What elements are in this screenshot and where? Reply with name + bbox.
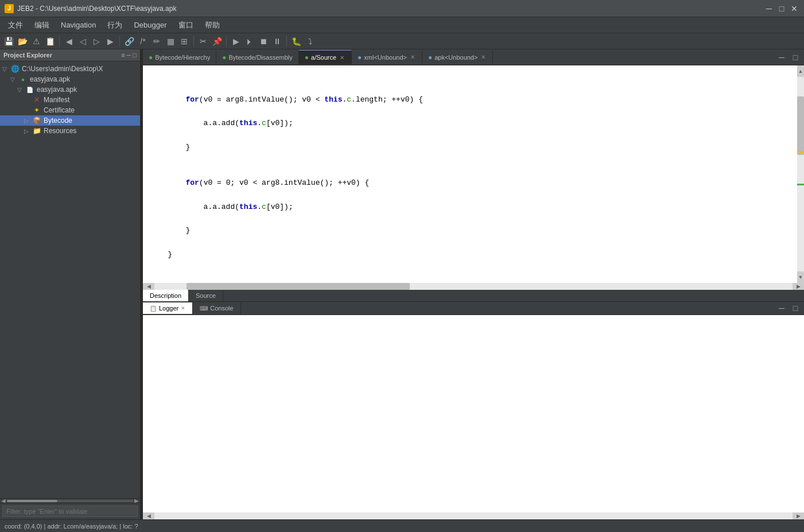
sidebar-header-icons: ≡ ─ □ — [121, 52, 137, 59]
tabs-maximize[interactable]: □ — [789, 51, 802, 64]
tab-xml-unbound[interactable]: ● xml<Unbound> ✕ — [352, 51, 422, 64]
toolbar-warn[interactable]: ⚠ — [30, 35, 42, 48]
menu-window[interactable]: 窗口 — [173, 18, 199, 33]
tabs-minimize[interactable]: ─ — [775, 51, 788, 64]
toolbar-save[interactable]: 💾 — [2, 35, 15, 48]
toolbar-step[interactable]: ⤵ — [304, 35, 316, 48]
menu-edit[interactable]: 编辑 — [29, 18, 55, 33]
code-editor[interactable]: for(v0 = arg8.intValue(); v0 < this.c.le… — [143, 65, 797, 283]
scroll-marker-yellow — [797, 151, 804, 153]
toolbar-edit[interactable]: ✏ — [150, 35, 163, 48]
menu-file[interactable]: 文件 — [2, 18, 29, 33]
filter-input[interactable] — [2, 506, 138, 517]
toolbar-stop[interactable]: ⏹ — [257, 35, 270, 48]
close-button[interactable]: ✕ — [789, 3, 799, 14]
toolbar-grid[interactable]: ⊞ — [178, 35, 191, 48]
desc-tabs: Description Source — [143, 290, 804, 302]
toolbar-paste[interactable]: 📌 — [211, 35, 223, 48]
tab-bytecode-disassembly[interactable]: ● Bytecode/Disassembly — [216, 51, 299, 64]
log-maximize[interactable]: □ — [789, 302, 802, 314]
toolbar-back[interactable]: ◀ — [63, 35, 75, 48]
menu-help[interactable]: 帮助 — [199, 18, 226, 33]
tree-item-resources[interactable]: ▷ 📁 Resources — [0, 126, 140, 136]
tree-item-apk[interactable]: ▽ ● easyjava.apk — [0, 74, 140, 84]
tab-label-hierarchy: Bytecode/Hierarchy — [155, 54, 210, 61]
code-hscrollbar[interactable]: ◀ ▶ — [143, 283, 804, 290]
log-tab-console[interactable]: ⌨ Console — [193, 302, 240, 314]
tab-source[interactable]: ● a/Source ✕ — [299, 50, 352, 64]
menu-debugger[interactable]: Debugger — [128, 18, 172, 32]
hscroll-thumb[interactable] — [187, 283, 410, 290]
tree-arrow-cert: ▷ — [24, 107, 32, 114]
log-tab-close-logger[interactable]: ✕ — [181, 305, 185, 311]
tree-arrow-resources: ▷ — [24, 128, 32, 134]
sidebar-close[interactable]: □ — [133, 52, 137, 59]
toolbar-run[interactable]: ▶ — [230, 35, 242, 48]
tab-close-source[interactable]: ✕ — [339, 55, 345, 61]
sidebar-scroll[interactable]: ◀ ▶ — [0, 498, 140, 503]
toolbar-fwd2[interactable]: ▶ — [104, 35, 116, 48]
desc-tab-description[interactable]: Description — [143, 290, 189, 301]
tab-bytecode-hierarchy[interactable]: ● Bytecode/Hierarchy — [143, 51, 216, 64]
tab-label-xml: xml<Unbound> — [364, 54, 407, 61]
content-area: ● Bytecode/Hierarchy ● Bytecode/Disassem… — [143, 49, 804, 519]
tree-item-certificate[interactable]: ▷ ✦ Certificate — [0, 105, 140, 115]
tree-item-manifest[interactable]: ▷ ✕ Manifest — [0, 95, 140, 105]
toolbar-link[interactable]: 🔗 — [123, 35, 135, 48]
tree-icon-resources: 📁 — [32, 127, 41, 135]
menu-navigation[interactable]: Navigation — [55, 18, 102, 32]
tree-arrow-apk2: ▽ — [17, 87, 25, 93]
tab-close-apk[interactable]: ✕ — [480, 54, 487, 60]
titlebar-controls[interactable]: ─ □ ✕ — [764, 3, 799, 14]
tab-icon-apk: ● — [428, 53, 432, 61]
toolbar-back2[interactable]: ◁ — [76, 35, 89, 48]
toolbar-cut[interactable]: ✂ — [197, 35, 209, 48]
tree-item-apk2[interactable]: ▽ 📄 easyjava.apk — [0, 84, 140, 95]
titlebar-left: J JEB2 - C:\Users\admin\Desktop\XCTF\eas… — [5, 4, 176, 13]
toolbar-debug[interactable]: 🐛 — [290, 35, 302, 48]
toolbar-open[interactable]: 📂 — [16, 35, 29, 48]
log-minimize[interactable]: ─ — [775, 302, 788, 314]
scroll-up-arrow[interactable]: ▲ — [797, 65, 804, 77]
maximize-button[interactable]: □ — [776, 3, 787, 14]
tab-icon-disassembly: ● — [222, 53, 226, 61]
sidebar-scroll-track — [7, 500, 133, 502]
tree-arrow-bytecode: ▷ — [24, 118, 32, 124]
desc-tab-source[interactable]: Source — [189, 290, 223, 301]
hscroll-left[interactable]: ◀ — [143, 283, 154, 290]
log-icon-console: ⌨ — [200, 305, 208, 312]
tab-apk-unbound[interactable]: ● apk<Unbound> ✕ — [422, 51, 493, 64]
tab-close-xml[interactable]: ✕ — [409, 54, 416, 60]
menu-action[interactable]: 行为 — [102, 18, 128, 33]
tree-label-resources: Resources — [44, 127, 76, 135]
toolbar-pause[interactable]: ⏸ — [271, 35, 283, 48]
sidebar-header: Project Explorer ≡ ─ □ — [0, 49, 140, 61]
titlebar-title: JEB2 - C:\Users\admin\Desktop\XCTF\easyj… — [17, 5, 176, 13]
sidebar-minimize[interactable]: ─ — [127, 52, 131, 59]
log-hscroll-left[interactable]: ◀ — [143, 512, 154, 519]
hscroll-right[interactable]: ▶ — [793, 283, 804, 290]
toolbar-comment[interactable]: /* — [137, 35, 149, 48]
tree-item-root[interactable]: ▽ 🌐 C:\Users\admin\Desktop\X — [0, 64, 140, 74]
log-console-area: 📋 Logger ✕ ⌨ Console ─ □ — [143, 302, 804, 519]
sidebar-icon-1[interactable]: ≡ — [121, 52, 125, 59]
filter-bar — [0, 503, 140, 519]
tree-icon-apk2: 📄 — [25, 86, 34, 94]
scroll-down-arrow[interactable]: ▼ — [797, 271, 804, 283]
toolbar-sep-3 — [193, 36, 194, 46]
toolbar-copy[interactable]: 📋 — [44, 35, 56, 48]
log-hscroll-right[interactable]: ▶ — [793, 512, 804, 519]
log-tab-logger[interactable]: 📋 Logger ✕ — [143, 302, 193, 314]
tree-icon-apk: ● — [18, 75, 28, 83]
minimize-button[interactable]: ─ — [764, 3, 774, 14]
scroll-thumb[interactable] — [797, 96, 804, 155]
toolbar-play[interactable]: ⏵ — [243, 35, 256, 48]
tab-icon-source: ● — [305, 53, 309, 61]
project-explorer-title: Project Explorer — [3, 52, 52, 59]
toolbar-table[interactable]: ▦ — [164, 35, 177, 48]
log-hscrollbar[interactable]: ◀ ▶ — [143, 512, 804, 519]
code-scrollbar[interactable]: ▲ ▼ — [797, 65, 804, 283]
toolbar-fwd[interactable]: ▷ — [90, 35, 103, 48]
log-content-area — [143, 315, 804, 512]
tree-item-bytecode[interactable]: ▷ 📦 Bytecode — [0, 115, 140, 126]
